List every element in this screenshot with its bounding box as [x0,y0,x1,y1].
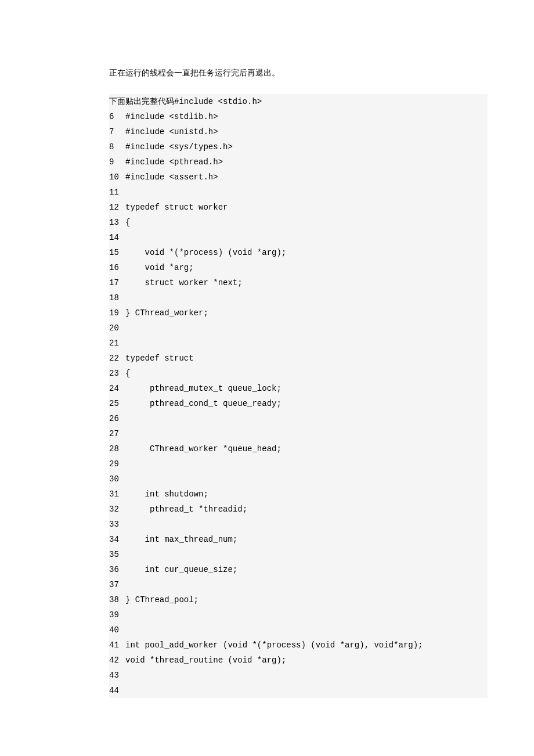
code-text: void *(*process) (void *arg); [125,245,286,260]
line-number: 27 [109,426,125,441]
line-number: 11 [109,185,125,200]
code-text: #include <assert.h> [125,170,218,185]
line-number: 40 [109,622,125,638]
line-number: 9 [109,154,125,170]
line-number: 16 [109,260,125,275]
code-text: { [125,215,130,230]
code-line: 21 [109,336,488,351]
code-line: 22typedef struct [109,351,488,366]
code-line: 16 void *arg; [109,260,488,275]
code-line: 8#include <sys/types.h> [109,139,488,154]
line-number: 33 [109,517,125,532]
code-line: 42void *thread_routine (void *arg); [109,653,488,668]
paragraph-text: 正在运行的线程会一直把任务运行完后再退出。 [109,65,488,80]
code-line: 18 [109,290,488,305]
code-line: 19} CThread_worker; [109,305,488,321]
code-line: 40 [109,622,488,638]
intro-code: #include <stdio.h> [174,97,262,106]
code-text: } CThread_pool; [125,592,199,607]
line-number: 8 [109,139,125,154]
code-text: int pool_add_worker (void *(*process) (v… [125,638,423,653]
intro-line: 下面贴出完整代码#include <stdio.h> [109,94,488,109]
code-line: 27 [109,426,488,441]
code-block: 下面贴出完整代码#include <stdio.h> 6#include <st… [109,94,488,698]
line-number: 36 [109,562,125,577]
code-line: 44 [109,683,488,698]
line-number: 43 [109,668,125,683]
line-number: 14 [109,230,125,245]
code-line: 6#include <stdlib.h> [109,109,488,124]
line-number: 7 [109,124,125,139]
code-line: 30 [109,471,488,487]
line-number: 34 [109,532,125,547]
code-text: void *arg; [125,260,194,275]
code-line: 36 int cur_queue_size; [109,562,488,577]
code-line: 25 pthread_cond_t queue_ready; [109,396,488,411]
code-text: pthread_cond_t queue_ready; [125,396,282,411]
code-line: 41int pool_add_worker (void *(*process) … [109,638,488,653]
code-line: 9#include <pthread.h> [109,154,488,170]
line-number: 10 [109,170,125,185]
code-text: pthread_t *threadid; [125,502,247,517]
code-text: #include <sys/types.h> [125,139,233,154]
line-number: 37 [109,577,125,592]
code-line: 13{ [109,215,488,230]
code-line: 20 [109,321,488,336]
line-number: 29 [109,456,125,471]
line-number: 39 [109,607,125,622]
code-text: #include <stdlib.h> [125,109,218,124]
line-number: 41 [109,638,125,653]
line-number: 22 [109,351,125,366]
code-line: 15 void *(*process) (void *arg); [109,245,488,260]
line-number: 13 [109,215,125,230]
code-text: typedef struct worker [125,200,228,215]
code-line: 38} CThread_pool; [109,592,488,607]
line-number: 26 [109,411,125,426]
line-number: 28 [109,441,125,456]
code-text: struct worker *next; [125,275,243,290]
line-number: 23 [109,366,125,381]
code-line: 26 [109,411,488,426]
code-text: { [125,366,130,381]
line-number: 30 [109,471,125,487]
line-number: 12 [109,200,125,215]
code-line: 23{ [109,366,488,381]
code-line: 14 [109,230,488,245]
line-number: 35 [109,547,125,562]
code-line: 28 CThread_worker *queue_head; [109,441,488,456]
code-line: 31 int shutdown; [109,487,488,502]
code-text: #include <pthread.h> [125,154,223,170]
document-page: 正在运行的线程会一直把任务运行完后再退出。 下面贴出完整代码#include <… [0,0,534,721]
line-number: 25 [109,396,125,411]
code-text: int shutdown; [125,487,208,502]
code-text: int max_thread_num; [125,532,237,547]
code-text: CThread_worker *queue_head; [125,441,282,456]
code-line: 43 [109,668,488,683]
line-number: 32 [109,502,125,517]
line-number: 15 [109,245,125,260]
line-number: 19 [109,305,125,321]
line-number: 17 [109,275,125,290]
code-text: void *thread_routine (void *arg); [125,653,286,668]
line-number: 42 [109,653,125,668]
line-number: 44 [109,683,125,698]
intro-text: 下面贴出完整代码 [109,97,174,106]
code-line: 33 [109,517,488,532]
code-line: 11 [109,185,488,200]
line-number: 38 [109,592,125,607]
line-number: 20 [109,321,125,336]
code-line: 24 pthread_mutex_t queue_lock; [109,381,488,396]
code-line: 37 [109,577,488,592]
line-number: 31 [109,487,125,502]
code-text: } CThread_worker; [125,305,208,321]
code-text: pthread_mutex_t queue_lock; [125,381,282,396]
line-number: 6 [109,109,125,124]
code-line: 29 [109,456,488,471]
code-text: #include <unistd.h> [125,124,218,139]
code-text: int cur_queue_size; [125,562,237,577]
line-number: 18 [109,290,125,305]
code-line: 17 struct worker *next; [109,275,488,290]
line-number: 21 [109,336,125,351]
code-line: 35 [109,547,488,562]
code-line: 34 int max_thread_num; [109,532,488,547]
